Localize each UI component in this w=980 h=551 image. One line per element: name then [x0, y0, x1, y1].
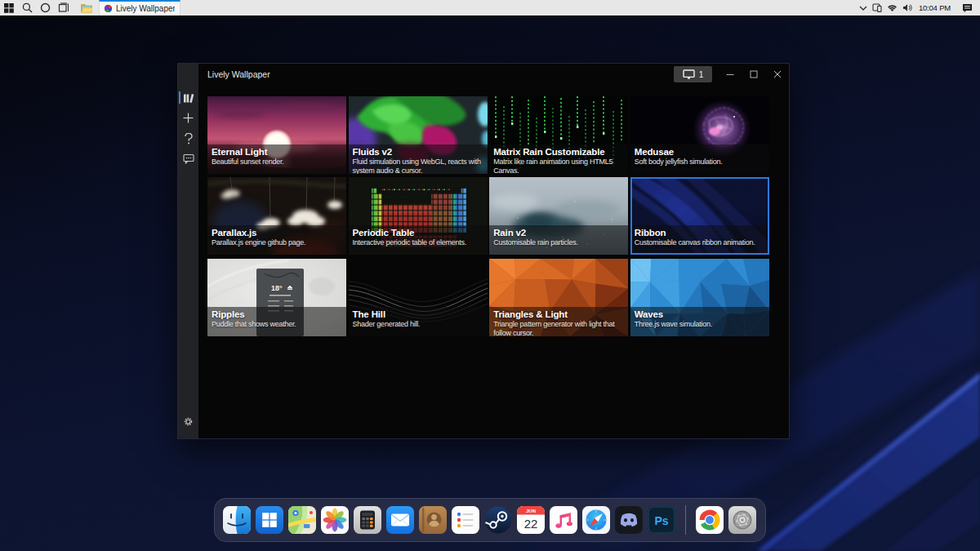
tile-title: Triangles & Light — [493, 309, 624, 320]
svg-text:18°: 18° — [271, 284, 283, 292]
dock-item-discord[interactable] — [615, 506, 643, 534]
tile-caption: Eternal Light Beautiful sunset render. — [207, 144, 346, 174]
tile-matrix-rain[interactable]: Matrix Rain Customizable Matrix like rai… — [489, 96, 628, 174]
tray-display-device[interactable] — [870, 0, 884, 16]
tile-triangles-light[interactable]: Triangles & Light Triangle pattern gener… — [489, 259, 628, 336]
tile-caption: Parallax.js Parallax.js engine github pa… — [207, 225, 346, 255]
tile-description: Triangle pattern generator with light th… — [493, 320, 624, 336]
tile-description: Beautiful sunset render. — [212, 158, 342, 167]
cortana-button[interactable] — [36, 0, 54, 16]
minimize-button[interactable] — [718, 64, 742, 85]
tile-fluids-v2[interactable]: Fluids v2 Fluid simulation using WebGL, … — [349, 96, 488, 174]
window-title: Lively Wallpaper — [207, 69, 270, 79]
tile-title: Matrix Rain Customizable — [493, 146, 624, 158]
dock-item-chrome[interactable] — [696, 506, 724, 534]
calendar-day: 22 — [524, 517, 538, 531]
dock-item-steam[interactable] — [484, 506, 512, 534]
tile-medusae[interactable]: Medusae Soft body jellyfish simulation. — [630, 96, 769, 174]
photos-icon — [321, 506, 349, 534]
tile-description: Customisable rain particles. — [493, 238, 624, 247]
window-content: Lively Wallpaper 1 — [198, 64, 789, 438]
contacts-icon — [419, 506, 447, 534]
tray-clock[interactable]: 10:04 PM — [915, 0, 956, 16]
tile-title: Eternal Light — [212, 146, 342, 158]
reminders-icon — [452, 506, 479, 534]
finder-icon — [223, 506, 251, 534]
speaker-icon — [902, 3, 913, 12]
tile-description: Interactive periodic table of elements. — [353, 238, 483, 247]
settings-gear-icon — [183, 416, 194, 427]
dock-item-maps[interactable] — [288, 506, 316, 534]
dock-item-finder[interactable] — [223, 506, 251, 534]
dock-item-photoshop[interactable]: Ps — [648, 506, 675, 534]
tile-title: Ribbon — [635, 227, 765, 238]
monitor-icon — [683, 69, 695, 79]
dock-item-music[interactable] — [550, 506, 577, 534]
tile-title: Waves — [635, 309, 765, 320]
tile-the-hill[interactable]: The Hill Shader generated hill. — [349, 259, 488, 336]
dock-item-contacts[interactable] — [419, 506, 447, 534]
lively-app-icon — [105, 5, 112, 12]
chevron-icon — [859, 6, 867, 11]
tile-periodic-table[interactable]: Periodic Table Interactive periodic tabl… — [349, 177, 488, 255]
dock-item-safari[interactable] — [582, 506, 610, 534]
dock-item-system-preferences[interactable] — [728, 506, 756, 534]
close-button[interactable] — [765, 64, 789, 85]
tile-title: Rain v2 — [493, 227, 624, 238]
search-button[interactable] — [18, 0, 36, 16]
library-icon — [183, 92, 194, 104]
tile-parallax-js[interactable]: Parallax.js Parallax.js engine github pa… — [207, 177, 346, 255]
sidebar — [178, 64, 198, 438]
tile-caption: Ripples Puddle that shows weather. — [207, 307, 346, 336]
sidebar-item-library[interactable] — [178, 87, 198, 108]
action-center-icon — [962, 3, 973, 13]
plus-icon — [183, 113, 194, 123]
desktop: Lively Wallpaper — [0, 0, 980, 551]
titlebar: Lively Wallpaper 1 — [198, 64, 789, 85]
sidebar-item-add-wallpaper[interactable] — [178, 108, 198, 128]
tile-title: Ripples — [212, 309, 342, 320]
dock-item-calculator[interactable] — [354, 506, 381, 534]
taskbar-task-lively-wallpaper[interactable]: Lively Wallpaper — [99, 0, 180, 16]
dock-item-mail[interactable] — [386, 506, 414, 534]
sidebar-item-feedback[interactable] — [178, 149, 198, 169]
tile-caption: Medusae Soft body jellyfish simulation. — [630, 144, 769, 174]
tile-title: Medusae — [635, 146, 765, 158]
action-center-button[interactable] — [956, 0, 980, 16]
lively-wallpaper-window: Lively Wallpaper 1 — [177, 63, 790, 439]
tray-volume[interactable] — [900, 0, 915, 16]
tile-caption: Waves Three.js wave simulation. — [630, 307, 769, 336]
tile-waves[interactable]: Waves Three.js wave simulation. — [630, 259, 769, 336]
taskbar: Lively Wallpaper — [0, 0, 980, 16]
maximize-button[interactable] — [742, 64, 765, 85]
tile-caption: Periodic Table Interactive periodic tabl… — [349, 225, 488, 255]
tile-ribbon[interactable]: Ribbon Customisable canvas ribbon animat… — [630, 177, 769, 255]
minimize-icon — [726, 70, 734, 78]
task-view-button[interactable] — [54, 0, 72, 16]
tile-eternal-light[interactable]: Eternal Light Beautiful sunset render. — [207, 96, 346, 174]
file-explorer-icon — [81, 3, 92, 13]
system-preferences-icon — [728, 506, 756, 534]
feedback-icon — [183, 153, 194, 164]
safari-icon — [582, 506, 610, 534]
maximize-icon — [750, 70, 758, 78]
tile-description: Parallax.js engine github page. — [212, 238, 342, 247]
task-view-icon — [58, 2, 69, 13]
dock-item-windows[interactable] — [256, 506, 283, 534]
steam-icon — [484, 506, 512, 534]
start-button[interactable] — [0, 0, 18, 16]
tray-network[interactable] — [884, 0, 900, 16]
sidebar-item-help[interactable] — [178, 128, 198, 149]
display-select-button[interactable]: 1 — [674, 66, 712, 82]
music-icon — [550, 506, 577, 534]
dock-item-photos[interactable] — [321, 506, 349, 534]
sidebar-item-settings[interactable] — [178, 411, 198, 432]
dock: JUN 22 — [214, 498, 766, 542]
dock-item-reminders[interactable] — [452, 506, 479, 534]
tile-rain-v2[interactable]: Rain v2 Customisable rain particles. — [489, 177, 628, 255]
hidden-icons-chevron[interactable] — [857, 0, 870, 16]
file-explorer-button[interactable] — [78, 0, 96, 16]
tile-ripples[interactable]: 18° Ripples Puddle that shows weather. — [207, 259, 346, 336]
tile-description: Soft body jellyfish simulation. — [635, 158, 765, 167]
dock-item-calendar[interactable]: JUN 22 — [517, 506, 545, 534]
